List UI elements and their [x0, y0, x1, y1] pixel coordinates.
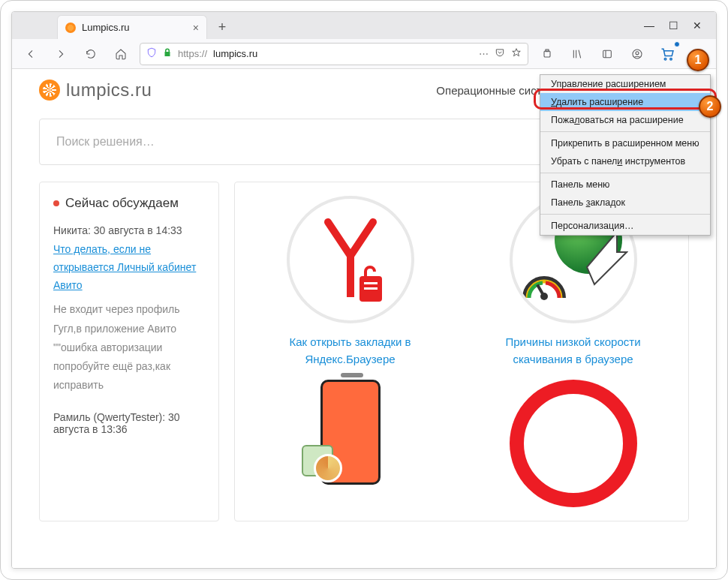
ctx-remove-extension[interactable]: Удалить расширение — [540, 93, 710, 111]
pocket-icon[interactable] — [495, 47, 505, 60]
back-button[interactable] — [20, 43, 42, 65]
url-host: lumpics.ru — [213, 48, 257, 59]
tab-title: Lumpics.ru — [82, 22, 130, 33]
ctx-customize[interactable]: Персонализация… — [540, 217, 710, 235]
new-tab-button[interactable]: + — [212, 17, 233, 38]
sidebar-heading-text: Сейчас обсуждаем — [65, 196, 179, 211]
ctx-separator — [540, 131, 710, 132]
account-button[interactable] — [626, 43, 648, 65]
ctx-menu-bar[interactable]: Панель меню — [540, 176, 710, 194]
url-bar[interactable]: https://lumpics.ru ⋯ — [140, 43, 528, 65]
shield-icon — [146, 47, 157, 60]
ctx-report-extension[interactable]: Пожаловаться на расширение — [540, 111, 710, 129]
url-protocol: https:// — [178, 48, 207, 59]
extension-context-menu: Управление расширением Удалить расширени… — [540, 74, 711, 236]
home-button[interactable] — [110, 43, 132, 65]
post1-link[interactable]: Что делать, если не открывается Личный к… — [53, 241, 205, 294]
site-logo-icon — [39, 80, 60, 101]
svg-rect-7 — [347, 256, 354, 297]
tab-favicon — [65, 23, 76, 33]
card1-thumb — [287, 196, 414, 323]
tab-strip: Lumpics.ru × + — ☐ ✕ — [12, 12, 716, 39]
card4-thumb — [510, 380, 637, 507]
card1-caption: Как открыть закладки в Яндекс.Браузере — [268, 334, 433, 368]
svg-rect-10 — [364, 287, 378, 290]
sidebar-heading: Сейчас обсуждаем — [53, 196, 205, 211]
window-controls: — ☐ ✕ — [633, 12, 713, 39]
library-button[interactable] — [566, 43, 588, 65]
search-placeholder: Поиск решения… — [56, 135, 155, 149]
sidebar-button[interactable] — [596, 43, 618, 65]
ctx-remove-from-toolbar[interactable]: Убрать с панели инструментов — [540, 152, 710, 170]
card3-thumb — [320, 380, 381, 485]
toolbar: https://lumpics.ru ⋯ — [12, 39, 716, 69]
article-card-3[interactable] — [250, 380, 450, 507]
article-card-1[interactable]: Как открыть закладки в Яндекс.Браузере — [250, 196, 450, 368]
svg-rect-9 — [364, 282, 378, 284]
window-maximize-button[interactable]: ☐ — [668, 20, 678, 32]
post2-meta: Рамиль (QwertyTester): 30 августа в 13:3… — [53, 411, 205, 435]
tab-close-icon[interactable]: × — [193, 22, 199, 34]
discussions-sidebar: Сейчас обсуждаем Никита: 30 августа в 14… — [39, 182, 219, 521]
ctx-manage-extension[interactable]: Управление расширением — [540, 75, 710, 93]
reload-button[interactable] — [80, 43, 102, 65]
ctx-separator — [540, 214, 710, 215]
svg-point-4 — [636, 51, 639, 54]
post1-body: Не входит через профиль Гугл,в приложени… — [53, 300, 205, 395]
callout-1: 1 — [687, 49, 709, 71]
callout-2: 2 — [699, 95, 721, 118]
site-name: lumpics.ru — [66, 80, 152, 101]
window-minimize-button[interactable]: — — [644, 20, 654, 32]
tab-active[interactable]: Lumpics.ru × — [57, 15, 207, 39]
ctx-pin-overflow[interactable]: Прикрепить в расширенном меню — [540, 134, 710, 152]
card2-caption: Причины низкой скорости скачивания в бра… — [491, 334, 656, 368]
svg-rect-2 — [603, 50, 612, 57]
reader-icon[interactable]: ⋯ — [479, 48, 489, 59]
ctx-separator — [540, 173, 710, 173]
lock-icon — [163, 48, 172, 59]
window-close-button[interactable]: ✕ — [692, 20, 702, 32]
forward-button[interactable] — [50, 43, 72, 65]
svg-point-6 — [670, 58, 672, 60]
article-card-4[interactable] — [473, 380, 673, 507]
downloads-button[interactable] — [536, 43, 558, 65]
ctx-bookmarks-bar[interactable]: Панель закладок — [540, 194, 710, 212]
extension-cart-button[interactable] — [656, 43, 678, 65]
post1-meta: Никита: 30 августа в 14:33 — [53, 224, 205, 236]
svg-rect-1 — [546, 50, 549, 52]
live-dot-icon — [53, 200, 59, 206]
svg-point-5 — [664, 58, 666, 60]
bookmark-star-icon[interactable] — [511, 47, 522, 60]
svg-point-13 — [513, 383, 633, 503]
